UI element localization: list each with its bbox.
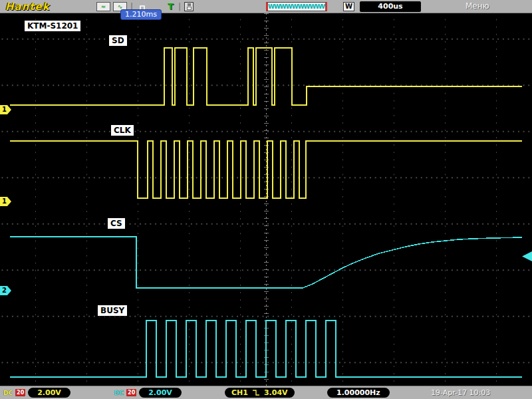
signal-label-clk: CLK xyxy=(110,124,134,136)
datetime-display: 19-Apr-17 10:03 xyxy=(431,388,490,397)
memory-window-bar[interactable]: WWWWWWWWWWWW xyxy=(266,2,327,11)
device-label: KTM-S1201 xyxy=(24,20,81,32)
status-bar: DC 20 2.00V DC 20 2.00V CH1 3.04V 1.0000… xyxy=(0,386,532,399)
frequency-counter: 1.00000Hz xyxy=(327,388,390,398)
center-vertical-line xyxy=(266,13,267,386)
hantek-logo: Hantek xyxy=(5,1,50,13)
ch1-coupling: DC xyxy=(3,390,13,396)
ch1-settings[interactable]: DC 20 2.00V xyxy=(3,388,70,398)
trigger-indicator-icon[interactable]: T xyxy=(168,1,174,11)
ch1-scale-readout[interactable]: 2.00V xyxy=(28,388,70,398)
ch2-bandwidth-badge: 20 xyxy=(126,389,136,396)
trigger-readout[interactable]: CH1 3.04V xyxy=(225,388,295,398)
window-mode-button[interactable]: W xyxy=(343,2,354,11)
falling-edge-icon xyxy=(252,389,260,396)
ch1-bandwidth-badge: 20 xyxy=(15,389,25,396)
trigger-settings[interactable]: CH1 3.04V xyxy=(225,388,295,398)
signal-label-sd: SD xyxy=(108,35,128,47)
ch2-coupling: DC xyxy=(114,390,124,396)
timebase-readout[interactable]: 400us xyxy=(360,1,421,12)
ch2-settings[interactable]: DC 20 2.00V xyxy=(114,388,182,398)
save-icon[interactable] xyxy=(184,2,194,11)
floppy-label xyxy=(187,7,192,10)
floppy-shutter xyxy=(188,3,191,6)
menu-button[interactable]: Меню xyxy=(466,1,489,11)
delay-time-badge: 1.210ms xyxy=(120,9,162,20)
dual-wave-icon[interactable]: ≈ xyxy=(96,2,110,11)
signal-label-cs: CS xyxy=(107,217,126,229)
frequency-readout: 1.00000Hz xyxy=(327,388,390,398)
top-toolbar: Hantek ≈ ∿ | T | WWWWWWWWWWWW W 400us Ме… xyxy=(0,0,532,13)
trigger-source: CH1 xyxy=(231,388,248,397)
signal-label-busy: BUSY xyxy=(97,305,128,317)
ch2-scale-readout[interactable]: 2.00V xyxy=(139,388,182,398)
oscilloscope-screen: Hantek ≈ ∿ | T | WWWWWWWWWWWW W 400us Ме… xyxy=(0,0,532,399)
toolbar-separator: | xyxy=(178,2,181,11)
trigger-level: 3.04V xyxy=(264,388,288,397)
